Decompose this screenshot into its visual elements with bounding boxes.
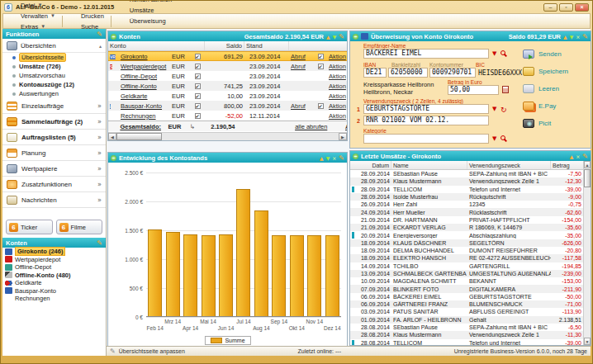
status-left[interactable]: Übersichtsseite anpassen — [119, 348, 185, 354]
checkbox[interactable]: ✔ — [318, 64, 324, 69]
toolbar-menu-button[interactable]: Verwalten▼ — [6, 11, 59, 21]
move-up-icon[interactable]: ▲ — [570, 154, 574, 159]
aktion-link[interactable]: Aktion — [327, 83, 347, 90]
dropdown-icon[interactable]: ▼ — [492, 106, 496, 112]
account-row[interactable]: S Wertpapierdepot EUR ✔ 23.09.2014 Abruf… — [108, 61, 347, 71]
abruf-link[interactable]: Abruf — [289, 53, 314, 60]
account-name-link[interactable]: Girokonto — [119, 53, 170, 60]
column-datum[interactable]: Datum — [358, 161, 391, 169]
account-name-link[interactable]: Rechnungen — [119, 112, 170, 120]
move-up-icon[interactable]: ▲ — [326, 34, 330, 40]
collapse-icon[interactable]: – — [111, 155, 116, 161]
checkbox[interactable]: ✔ — [195, 54, 201, 59]
sidebar-overview-item[interactable]: Übersichtsseite — [2, 53, 106, 62]
category-input[interactable] — [363, 134, 489, 144]
transaction-row[interactable]: 21.09.2014 DR. HARTMANN PRIVAT-HAFTPFLIC… — [350, 216, 583, 224]
calculator-icon[interactable] — [502, 86, 509, 93]
edit-pencil-icon[interactable]: ✎ — [97, 31, 102, 38]
transaction-row[interactable]: 28.09.2014 Isolde Musterfrau Rückgutschr… — [350, 193, 583, 201]
checkbox[interactable]: ✔ — [195, 73, 201, 79]
transaction-row[interactable]: 06.09.2014 BÄCKEREI EIMEL GEBURTSTAGSTOR… — [350, 293, 583, 300]
kontonummer-input[interactable]: 0009290701 — [429, 68, 476, 78]
sidebar-overview-item[interactable]: Auswertungen — [2, 89, 106, 98]
aktion-link[interactable]: Aktion — [327, 92, 347, 100]
move-down-icon[interactable]: ▼ — [326, 155, 330, 161]
transaction-row[interactable]: 20.09.2014 Energieversorger Abschlagszah… — [350, 231, 583, 239]
transaction-row[interactable]: 18.09.2014 DELMA BUCHHANDEL DUMONT REISE… — [350, 247, 583, 254]
scroll-right-icon[interactable]: ▶ — [339, 133, 347, 140]
edit-pencil-icon[interactable]: ✎ — [582, 153, 588, 160]
transfer-action-button[interactable]: Leeren — [523, 84, 587, 93]
toolbar-tool-button[interactable]: Drucken — [66, 11, 107, 21]
sidebar-group-uebersichten[interactable]: Übersichten ▴ — [2, 39, 106, 53]
checkbox[interactable]: ✔ — [195, 103, 201, 109]
transfer-action-button[interactable]: Senden — [523, 50, 587, 59]
edit-pencil-icon[interactable]: ✎ — [582, 33, 588, 40]
transaction-row[interactable]: 26.09.2014 Herr Zahl 12345 -0,75 — [350, 201, 583, 208]
abruf-link[interactable]: Abruf — [289, 63, 314, 70]
sidebar-overview-item[interactable]: Umsätze (726) — [2, 62, 106, 71]
edit-pencil-icon[interactable]: ✎ — [97, 239, 102, 247]
search-icon[interactable] — [500, 50, 505, 55]
checkbox[interactable]: ✔ — [195, 113, 201, 119]
transfer-action-button[interactable]: Speichern — [523, 67, 587, 76]
close-panel-icon[interactable]: × — [576, 154, 580, 159]
purpose-line1-input[interactable]: GEBURTSTAGSTORTE — [363, 104, 489, 114]
sidebar-overview-item[interactable]: Umsatzvorschau — [2, 71, 106, 80]
column-name[interactable]: Name — [391, 161, 467, 169]
dropdown-icon[interactable]: ▼ — [492, 50, 496, 57]
collapse-icon[interactable]: – — [353, 154, 358, 159]
sidebar-section[interactable]: Nachrichten » — [2, 192, 106, 208]
collapse-icon[interactable]: – — [353, 34, 358, 40]
account-row[interactable]: / Bauspar-Konto EUR ✔ 800,00 23.09.2014 … — [108, 101, 347, 111]
sidebar-account-item[interactable]: Geldkarte — [2, 279, 106, 287]
account-name-link[interactable]: Bauspar-Konto — [119, 102, 170, 110]
transaction-row[interactable]: 18.09.2014 ELEKTRO HANSCH RE 02-4272 AUS… — [350, 254, 583, 262]
sidebar-section[interactable]: Sammelaufträge (2) » — [2, 114, 106, 130]
sidebar-account-item[interactable]: Offline-Konto (480) — [2, 272, 106, 280]
sidebar-section[interactable]: Zusatzfunktionen » — [2, 177, 106, 192]
aktion-link[interactable]: Aktion — [327, 63, 347, 70]
column-verwendungszweck[interactable]: Verwendungszweck — [467, 161, 551, 169]
transaction-row[interactable]: 28.08.2014 SEbastian PAuse SEPA-Zahlung … — [350, 324, 583, 331]
transaction-row[interactable]: 28.08.2014 TELLICOM Telefon und Internet… — [350, 339, 583, 345]
abruf-link[interactable]: Abruf — [344, 123, 347, 130]
aktion-link[interactable]: Aktion — [327, 53, 347, 60]
transaction-row[interactable]: 28.09.2014 Klaus Mustermann Verwendungsz… — [350, 177, 583, 185]
account-row[interactable]: Rechnungen EUR ✔ -52,00 12.11.2014 ✔ Akt… — [108, 111, 347, 121]
transaction-row[interactable]: 10.09.2014 MAGDALENA SCHMITT BEKANNT -15… — [350, 277, 583, 285]
horizontal-scrollbar[interactable]: ◀ ▶ — [108, 132, 347, 140]
toolbar-action-button[interactable]: Überweisung — [115, 16, 175, 26]
account-name-link[interactable]: Geldkarte — [119, 92, 170, 100]
edit-pencil-icon[interactable]: ✎ — [339, 154, 344, 162]
account-name-link[interactable]: Wertpapierdepot — [119, 63, 170, 70]
move-up-icon[interactable]: ▲ — [320, 155, 324, 161]
ticker-button[interactable]: 6Ticker — [6, 220, 53, 234]
abruf-link[interactable]: Abruf — [289, 102, 314, 110]
aktion-link[interactable]: Aktion — [327, 102, 347, 110]
transaction-row[interactable]: 18.09.2014 KLAUS DÄSCHNER SEGELTÖRN -626… — [350, 239, 583, 247]
checkbox[interactable]: ✔ — [318, 103, 324, 109]
sidebar-account-item[interactable]: Girokonto (246) — [2, 248, 106, 256]
edit-pencil-icon[interactable]: ✎ — [339, 33, 344, 40]
collapse-icon[interactable]: – — [111, 34, 116, 40]
transaction-row[interactable]: 14.09.2014 TCHILBO GARTENGRILL -194,85 — [350, 262, 583, 270]
transfer-action-button[interactable]: Picit — [523, 119, 587, 128]
scrollbar-thumb[interactable] — [584, 169, 591, 187]
account-name-link[interactable]: Offline-Konto — [119, 83, 170, 90]
checkbox[interactable]: ✔ — [195, 64, 201, 69]
close-panel-icon[interactable]: × — [576, 34, 580, 40]
vertical-scrollbar[interactable]: ▲ ▼ — [583, 161, 591, 345]
close-button[interactable]: × — [575, 3, 589, 12]
scroll-down-icon[interactable]: ▼ — [584, 338, 591, 345]
move-up-icon[interactable]: ▲ — [563, 34, 567, 40]
toolbar-action-button[interactable]: Umsätze — [115, 5, 175, 16]
transaction-row[interactable]: 21.09.2014 ECKARDT VERLAG R 186069, K 14… — [350, 224, 583, 231]
minimize-button[interactable]: – — [543, 3, 557, 12]
transaction-row[interactable]: 03.09.2014 PATUS SANITÄR ABFLUSS GEREINI… — [350, 308, 583, 315]
toolbar-menu-button[interactable]: Datei▼ — [6, 0, 59, 11]
transaction-row[interactable]: 07.09.2014 BLINKERT FOTO DIGITALKAMERA -… — [350, 285, 583, 292]
transaction-row[interactable]: 01.09.2014 FA. ARLOF - HEILBRONN Gehalt … — [350, 316, 583, 324]
scroll-left-icon[interactable]: ◀ — [108, 133, 116, 140]
sidebar-account-item[interactable]: Offline-Depot — [2, 263, 106, 272]
